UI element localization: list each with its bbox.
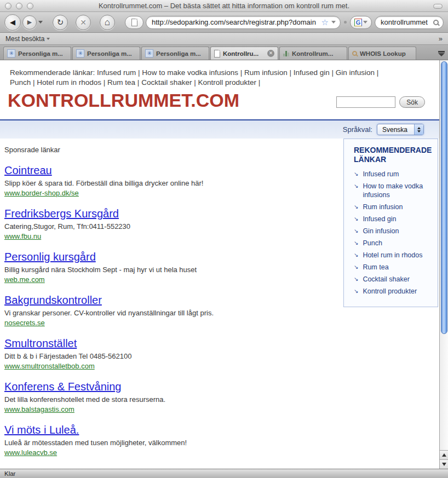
search-engine-selector[interactable]: G <box>350 16 372 29</box>
url-dropdown-icon[interactable] <box>331 21 336 24</box>
tab-label: WHOIS Lookup <box>360 50 412 57</box>
reload-button[interactable]: ↻ <box>53 15 68 30</box>
sidebar-link[interactable]: ↘ Gin infusion <box>354 227 435 235</box>
tab-kontrollrummet-active[interactable]: Kontrollru... ✕ <box>210 47 278 60</box>
toolbar-search-input[interactable] <box>380 18 433 27</box>
forward-button[interactable]: ▶ <box>22 15 37 30</box>
tab-close-icon[interactable]: ✕ <box>267 50 274 57</box>
scrollbar-thumb[interactable] <box>441 61 447 334</box>
arrow-bullet-icon: ↘ <box>354 182 358 199</box>
listing-url-link[interactable]: nosecrets.se <box>4 318 45 327</box>
sidebar-link-label: Kontroll produkter <box>363 287 435 296</box>
bookmarks-bar: Mest besökta » <box>0 33 448 45</box>
tab-label: Personliga m... <box>87 50 136 57</box>
recommended-links-line[interactable]: Rekommenderade länkar: Infused rum | How… <box>10 68 394 88</box>
title-bar: Kontrollrummet.com – Det bästa sättet at… <box>0 0 448 12</box>
listing-url-link[interactable]: web.me.com <box>4 275 45 284</box>
language-label: Språkval: <box>343 125 372 134</box>
tab-label: Kontrollru... <box>223 50 265 57</box>
sidebar-link-label: How to make vodka infusions <box>363 182 435 199</box>
tab-strip: ✳ Personliga m... ✳ Personliga m... ✳ Pe… <box>0 45 448 60</box>
tab-label: Personliga m... <box>18 50 67 57</box>
sidebar-link[interactable]: ↘ Kontroll produkter <box>354 287 435 296</box>
bookmark-star-icon[interactable]: ☆ <box>321 18 329 26</box>
whois-favicon-icon <box>352 51 357 56</box>
page-search-area: Sök <box>336 96 425 108</box>
listing-title-link[interactable]: Bakgrundskontroller <box>4 294 102 307</box>
bookmarks-overflow-chevron[interactable]: » <box>439 34 443 43</box>
arrow-bullet-icon: ↘ <box>354 275 358 284</box>
content-columns: Sponsrade länkar Cointreau Slipp köer & … <box>0 139 439 469</box>
scroll-down-button[interactable] <box>440 459 448 469</box>
sidebar-link[interactable]: ↘ Hotel rum in rhodos <box>354 251 435 260</box>
sidebar-title: REKOMMENDERADE LÄNKAR <box>354 146 430 164</box>
bookmark-folder-most-visited[interactable]: Mest besökta <box>5 35 50 43</box>
toolbar-search-box[interactable] <box>375 16 444 29</box>
tab-kontrollrum-stats[interactable]: Kontrollrum... <box>279 47 347 60</box>
toolbar-toggle-pill-button[interactable] <box>433 4 443 9</box>
listing-title-link[interactable]: Personlig kursgård <box>4 251 96 263</box>
listing-url-link[interactable]: www.fbu.nu <box>4 232 41 241</box>
gear-favicon-icon: ✳ <box>76 49 84 57</box>
tab-personliga-3[interactable]: ✳ Personliga m... <box>141 47 209 60</box>
bookmark-folder-caret-icon <box>47 38 50 40</box>
tab-label: Kontrollrum... <box>292 50 343 57</box>
browser-content-area: Rekommenderade länkar: Infused rum | How… <box>0 60 448 469</box>
language-select[interactable]: Svenska <box>377 124 424 135</box>
scroll-up-button[interactable] <box>440 450 448 459</box>
scroll-up-icon <box>442 453 446 457</box>
listing-url-link[interactable]: www.balstagastis.com <box>4 405 74 414</box>
arrow-bullet-icon: ↘ <box>354 203 358 211</box>
listing-title-link[interactable]: Cointreau <box>4 164 52 177</box>
stop-icon: ✕ <box>80 18 87 27</box>
sidebar-link[interactable]: ↘ Infused rum <box>354 170 435 178</box>
tab-whois-lookup[interactable]: WHOIS Lookup <box>348 47 416 60</box>
stop-button[interactable]: ✕ <box>76 15 91 30</box>
magnifier-icon[interactable] <box>433 20 439 25</box>
sidebar-link[interactable]: ↘ Punch <box>354 239 435 247</box>
listing-title-link[interactable]: Fredriksbergs Kursgård <box>4 208 119 220</box>
listing-url-link[interactable]: www.luleacvb.se <box>4 448 57 457</box>
recommended-links-sidebar: REKOMMENDERADE LÄNKAR ↘ Infused rum ↘ Ho… <box>343 139 438 307</box>
select-stepper-icon[interactable] <box>414 124 423 135</box>
listing-url-link[interactable]: www.smultronstalletbob.com <box>4 361 95 371</box>
listing-title-link[interactable]: Konferens & Festvåning <box>4 381 121 393</box>
sidebar-link-label: Punch <box>363 239 435 247</box>
listing: Bakgrundskontroller Vi granskar personer… <box>4 294 330 327</box>
list-all-tabs-button[interactable] <box>438 51 445 56</box>
tab-personliga-2[interactable]: ✳ Personliga m... <box>72 47 140 60</box>
sponsored-links-heading: Sponsrade länkar <box>4 145 330 154</box>
sidebar-link[interactable]: ↘ Rum infusion <box>354 203 435 211</box>
sponsored-links-column: Sponsrade länkar Cointreau Slipp köer & … <box>4 139 330 469</box>
engine-dropdown-icon[interactable] <box>363 21 367 24</box>
listing-description: Vi granskar personer. CV-kontroller vid … <box>4 308 330 318</box>
listing-url-link[interactable]: www.border-shop.dk/se <box>4 188 79 198</box>
browser-window: Kontrollrummet.com – Det bästa sättet at… <box>0 0 448 478</box>
vertical-scrollbar[interactable] <box>439 60 448 469</box>
back-button[interactable]: ◀ <box>4 14 21 31</box>
listing-description: Det lilla konferenshotellet med de stora… <box>4 395 330 404</box>
listing-title-link[interactable]: Smultronstället <box>4 337 77 350</box>
arrow-bullet-icon: ↘ <box>354 287 358 296</box>
listing: Vi möts i Luleå. Luleå är mötesstaden me… <box>4 424 330 457</box>
page-favicon-icon <box>131 19 137 26</box>
sidebar-link[interactable]: ↘ Rum tea <box>354 263 435 272</box>
search-submit-button[interactable]: Sök <box>399 96 425 108</box>
tab-personliga-1[interactable]: ✳ Personliga m... <box>3 47 71 60</box>
location-bar[interactable]: ☆ <box>146 16 341 29</box>
sidebar-link[interactable]: ↘ How to make vodka infusions <box>354 182 435 199</box>
listing-title-link[interactable]: Vi möts i Luleå. <box>4 424 79 436</box>
webpage: Rekommenderade länkar: Infused rum | How… <box>0 60 439 469</box>
arrow-bullet-icon: ↘ <box>354 170 358 178</box>
home-button[interactable]: ⌂ <box>100 15 115 30</box>
listing-description: Luleå är mötesstaden med tusen möjlighet… <box>4 438 330 447</box>
url-input[interactable] <box>151 18 320 27</box>
sidebar-link[interactable]: ↘ Infused gin <box>354 215 435 223</box>
site-favicon-capsule[interactable] <box>125 16 143 29</box>
scroll-down-icon <box>442 463 446 466</box>
sponsored-listings: Cointreau Slipp köer & spara tid. Förbes… <box>4 164 330 469</box>
listing-title-link[interactable]: Hotell Lyktan i Arjeplog <box>4 467 116 469</box>
sidebar-link[interactable]: ↘ Cocktail shaker <box>354 275 435 284</box>
history-dropdown-icon[interactable] <box>38 21 43 24</box>
page-search-input[interactable] <box>336 96 395 108</box>
